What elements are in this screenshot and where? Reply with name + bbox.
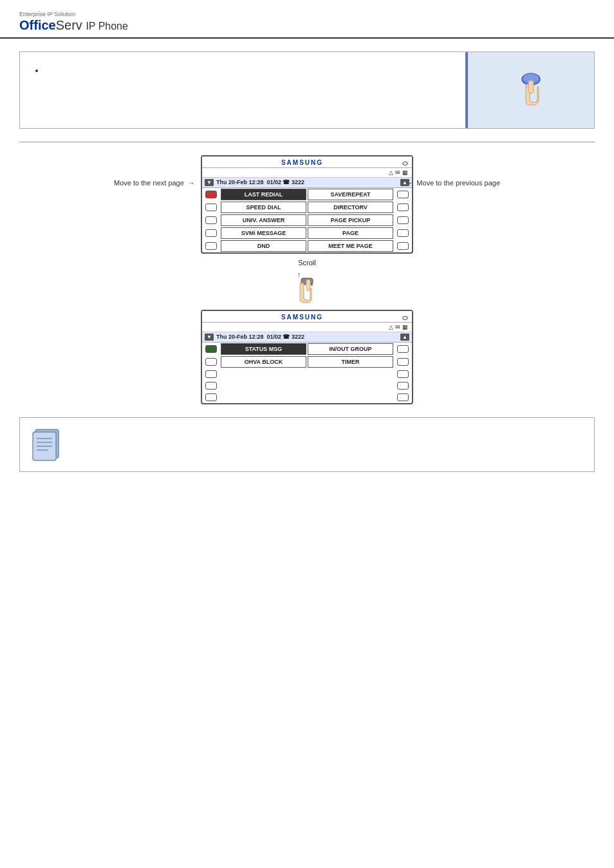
soft-btn-timer[interactable]: TIMER [308,356,393,368]
round-btn-r4[interactable] [397,229,409,237]
side-btn-right-2 [394,202,412,213]
round-btn-r2[interactable] [397,203,409,211]
round-btn2-l5[interactable] [205,393,217,401]
soft-btn-page-pickup[interactable]: PAGE PICKUP [308,214,393,226]
brand-office-serv: OfficeServ IP Phone [19,18,128,32]
green-btn-1[interactable] [205,345,217,353]
info-bullet [44,64,452,77]
round-btn2-l4[interactable] [205,382,217,390]
phone-screen-2: SAMSUNG ⬭ △ ✉ ▦ ▼ Thu 20-Feb 12:28 01/02… [201,310,413,404]
phone-date-time-1: Thu 20-Feb 12:28 01/02 ☎ 3222 [216,179,304,185]
svg-text:↑: ↑ [297,270,301,278]
label-move-next-page: Move to the next page → [114,179,195,187]
side-btn-left-3 [202,214,220,226]
side-btn-left-5 [202,240,220,252]
phone-row-4: SVMi MESSAGE PAGE [202,227,412,240]
round-btn2-r2[interactable] [397,358,409,366]
msg-icon: ✉ [395,169,400,176]
hand-cursor-icon [512,68,550,113]
soft-btn-directorv[interactable]: DIRECTORV [308,202,393,213]
scroll-section: Scroll ↑ ↓ [291,259,323,305]
soft-btn-ohva-block[interactable]: OHVA BLOCK [221,356,306,368]
phone-row-3: UNIV. ANSWER PAGE PICKUP [202,214,412,227]
up-arrow-icon-2: ▲ [400,334,409,341]
round-btn2-r1[interactable] [397,345,409,353]
round-btn-l5[interactable] [205,242,217,250]
soft-btn-univ-answer[interactable]: UNIV. ANSWER [221,214,306,226]
soft-btn-last-redial[interactable]: LAST REDIAL [221,189,306,200]
main-content: Move to the next page → SAMSUNG ⬭ △ ✉ ▦ … [0,39,614,485]
round-btn2-r5[interactable] [397,393,409,401]
svg-rect-4 [528,80,534,93]
scroll-hand-icon: ↑ ↓ [291,269,323,305]
down-arrow-icon-2: ▼ [205,334,214,341]
brand-top-text: Enterprise IP Solution [19,12,595,18]
soft-btn-svmi-message[interactable]: SVMi MESSAGE [221,227,306,239]
phone-buttons-2: STATUS MSG IN/OUT GROUP OHVA BLOCK TIMER [202,343,412,403]
side-btn2-left-2 [202,356,220,368]
brand-name: OfficeServ IP Phone [19,18,595,32]
side-btn-right-5 [394,240,412,252]
round-btn2-l3[interactable] [205,370,217,378]
phone-row-2: SPEED DIAL DIRECTORV [202,201,412,214]
phone-diagram-2-wrapper: SAMSUNG ⬭ △ ✉ ▦ ▼ Thu 20-Feb 12:28 01/02… [114,310,500,404]
soft-btn-speed-dial[interactable]: SPEED DIAL [221,202,306,213]
brand-serv: Serv [56,18,82,32]
phone-info-row-1: ▼ Thu 20-Feb 12:28 01/02 ☎ 3222 ▲ [202,178,412,188]
separator-line [19,142,595,142]
red-btn-1[interactable] [205,191,217,198]
soft-btn-save-repeat[interactable]: SAVE/REPEAT [308,189,393,200]
bars-icon-2: ▦ [402,324,408,330]
round-btn2-r3[interactable] [397,370,409,378]
round-btn2-l2[interactable] [205,358,217,366]
side-btn2-right-5 [394,392,412,403]
phone2-row-2: OHVA BLOCK TIMER [202,355,412,368]
arrow-left-icon: → [405,179,413,187]
info-box [19,52,595,129]
phone-circle-icon: ⬭ [402,160,409,167]
note-paper-icon [30,427,66,462]
round-btn-l3[interactable] [205,216,217,224]
msg-icon-2: ✉ [395,324,400,330]
soft-btn-meet-me-page[interactable]: MEET ME PAGE [308,240,393,252]
phone2-row-1: STATUS MSG IN/OUT GROUP [202,343,412,355]
side-btn-left-2 [202,202,220,213]
side-btn-left-4 [202,227,220,239]
phone-date-time-2: Thu 20-Feb 12:28 01/02 ☎ 3222 [216,334,304,340]
round-btn-r1[interactable] [397,191,409,198]
info-box-button-area [465,52,594,128]
phone-row-5: DND MEET ME PAGE [202,240,412,252]
side-btn2-left-4 [202,380,220,392]
scroll-label: Scroll [298,259,316,267]
phone-buttons-1: LAST REDIAL SAVE/REPEAT SPEED DIAL DIREC… [202,188,412,252]
soft-btn-dnd[interactable]: DND [221,240,306,252]
phone-status-bar-1: △ ✉ ▦ [202,168,412,178]
round-btn-l4[interactable] [205,229,217,237]
side-btn-right-4 [394,227,412,239]
round-btn2-r4[interactable] [397,382,409,390]
round-btn-l2[interactable] [205,203,217,211]
down-arrow-icon: ▼ [205,179,214,186]
side-btn2-right-4 [394,380,412,392]
side-btn-right-3 [394,214,412,226]
info-box-text [20,52,465,128]
note-box [19,417,595,472]
bell-icon-2: △ [389,324,393,330]
phone-screen-1: SAMSUNG ⬭ △ ✉ ▦ ▼ Thu 20-Feb 12:28 01/02… [201,155,413,254]
phone2-row-4 [202,380,412,392]
side-btn2-left-1 [202,343,220,355]
round-btn-r3[interactable] [397,216,409,224]
phone2-row-3 [202,368,412,380]
phone-status-bar-2: △ ✉ ▦ [202,323,412,332]
phone-info-row-2: ▼ Thu 20-Feb 12:28 01/02 ☎ 3222 ▲ [202,332,412,343]
round-btn-r5[interactable] [397,242,409,250]
side-btn2-right-3 [394,368,412,380]
side-btn-right-1 [394,189,412,200]
brand-suffix: IP Phone [86,21,128,32]
brand-logo: Enterprise IP Solution OfficeServ IP Pho… [19,12,595,32]
soft-btn-page[interactable]: PAGE [308,227,393,239]
svg-rect-8 [306,279,310,291]
soft-btn-inout-group[interactable]: IN/OUT GROUP [308,343,393,355]
soft-btn-status-msg[interactable]: STATUS MSG [221,343,306,355]
phone-row-1: LAST REDIAL SAVE/REPEAT [202,188,412,201]
